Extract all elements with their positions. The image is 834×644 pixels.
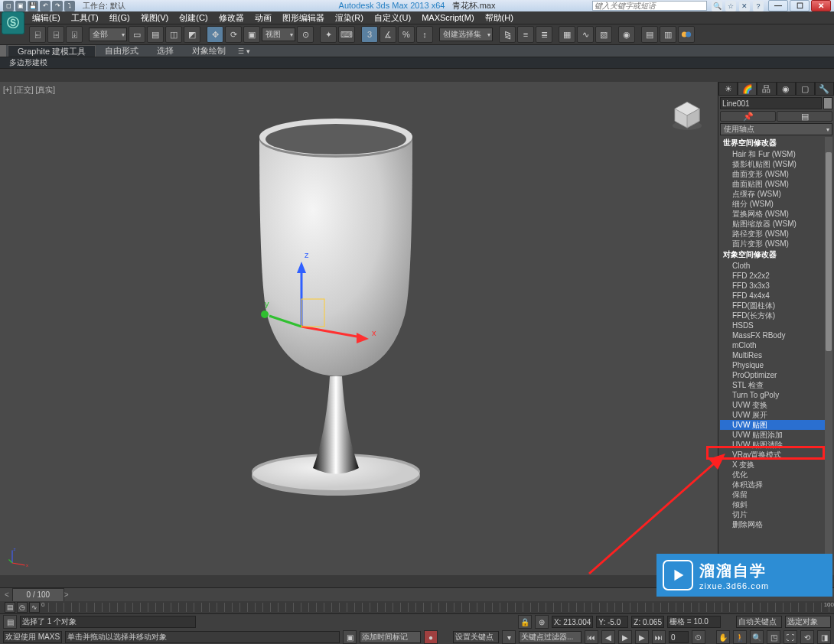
ribbon-collapse-icon[interactable]: ☰ ▾ (238, 47, 250, 55)
open-icon[interactable]: ▣ (15, 1, 26, 11)
list-item[interactable]: 细分 (WSM) (720, 199, 832, 209)
list-item[interactable]: Turn To gPoly (720, 390, 832, 400)
mirror-icon[interactable]: ⧎ (499, 26, 516, 43)
link-icon[interactable]: ⤵ (64, 1, 75, 11)
modifier-list-dropdown[interactable]: 使用轴点 (720, 123, 832, 135)
select-icon[interactable]: ▭ (129, 26, 145, 43)
isolate-icon[interactable]: ▣ (343, 630, 357, 644)
list-item[interactable]: Cloth (720, 261, 832, 271)
goto-start-icon[interactable]: ⏮ (585, 630, 598, 644)
list-item[interactable]: 贴图缩放器 (WSM) (720, 219, 832, 229)
keymode-icon[interactable]: ⌨ (338, 26, 355, 43)
object-color-swatch[interactable] (823, 97, 832, 109)
list-item[interactable]: MultiRes (720, 350, 832, 360)
help-search[interactable] (592, 1, 707, 11)
list-item[interactable]: VRay置换模式 (720, 450, 832, 460)
maxview-icon[interactable]: ◨ (817, 630, 831, 644)
tab-motion[interactable]: ◉ (777, 82, 796, 96)
list-item[interactable]: 曲面变形 (WSM) (720, 169, 832, 179)
undo-icon[interactable]: ↶ (40, 1, 50, 11)
tab-display[interactable]: ▢ (796, 82, 815, 96)
ribbon-tab-selection[interactable]: 选择 (148, 45, 183, 57)
menu-group[interactable]: 组(G) (105, 12, 135, 24)
list-item[interactable]: UVW 变换 (720, 400, 832, 410)
walk-icon[interactable]: 🚶 (733, 630, 747, 644)
ribbon-tab-graphite[interactable]: Graphite 建模工具 (8, 45, 96, 57)
list-item[interactable]: FFD 2x2x2 (720, 271, 832, 281)
menu-render[interactable]: 渲染(R) (331, 12, 368, 24)
timetag-button[interactable]: 添加时间标记 (360, 631, 421, 643)
list-item[interactable]: FFD 4x4x4 (720, 291, 832, 301)
absrel-icon[interactable]: ⊕ (535, 615, 549, 629)
track-bar[interactable]: ▤ ◷ ∿ 0 100 (0, 601, 834, 613)
pctsnap-icon[interactable]: % (398, 26, 415, 43)
snap3d-icon[interactable]: 3 (361, 26, 378, 43)
ribbon-panel-polymodel[interactable]: 多边形建模 (5, 57, 52, 68)
orbit-icon[interactable]: ⟲ (800, 630, 814, 644)
spinnersnap-icon[interactable]: ↕ (416, 26, 433, 43)
link-icon[interactable]: ⍇ (29, 26, 46, 43)
config-icon[interactable]: ▤ (777, 111, 832, 122)
trackbar-keys-icon[interactable]: ◷ (17, 602, 28, 613)
list-item[interactable]: 面片变形 (WSM) (720, 239, 832, 249)
tab-modify[interactable]: 🌈 (738, 82, 757, 96)
pivot-icon[interactable]: ⊙ (297, 26, 314, 43)
viewport[interactable]: [+] [正交] [真实] z (0, 82, 718, 575)
zoom-icon[interactable]: 🔍 (750, 630, 764, 644)
list-item[interactable]: 路径变形 (WSM) (720, 229, 832, 239)
list-item[interactable]: 体积选择 (720, 480, 832, 490)
material-icon[interactable]: ◉ (618, 26, 635, 43)
y-coord[interactable]: Y: -5.0 (596, 616, 628, 628)
ribbon-tab-freeform[interactable]: 自由形式 (96, 45, 148, 57)
infocenter-icon[interactable]: 🔍 (712, 1, 722, 11)
windowcross-icon[interactable]: ◩ (184, 26, 200, 43)
object-name-input[interactable] (720, 97, 822, 109)
workspace-label[interactable]: 工作台: 默认 (83, 1, 125, 11)
tab-utilities[interactable]: 🔧 (815, 82, 834, 96)
timeconfig-icon[interactable]: ⏲ (692, 630, 705, 644)
next-frame-icon[interactable]: ▶ (635, 630, 649, 644)
list-item[interactable]: FFD(长方体) (720, 311, 832, 320)
align-icon[interactable]: ≡ (517, 26, 534, 43)
new-icon[interactable]: ◻ (3, 1, 14, 11)
time-slider-thumb[interactable]: 0 / 100 (12, 588, 64, 602)
menu-maxscript[interactable]: MAXScript(M) (417, 13, 478, 22)
scale-icon[interactable]: ▣ (243, 26, 260, 43)
list-item[interactable]: ProOptimizer (720, 370, 832, 380)
list-item[interactable]: Physique (720, 360, 832, 370)
signin-icon[interactable]: ☆ (725, 1, 736, 11)
move-icon[interactable]: ✥ (207, 26, 223, 43)
keyfilter-button[interactable]: 关键点过滤器... (519, 631, 582, 643)
close-button[interactable]: ✕ (811, 0, 831, 11)
list-item-selected[interactable]: UVW 贴图 (720, 420, 832, 430)
layers-icon[interactable]: ≣ (536, 26, 552, 43)
trackbar-curve-icon[interactable]: ∿ (29, 602, 40, 613)
menu-edit[interactable]: 编辑(E) (28, 12, 65, 24)
x-coord[interactable]: X: 213.004 (552, 616, 593, 628)
prev-frame-icon[interactable]: ◀ (601, 630, 615, 644)
list-item[interactable]: 优化 (720, 470, 832, 480)
maximize-button[interactable]: ☐ (790, 0, 810, 11)
list-item[interactable]: 点缓存 (WSM) (720, 189, 832, 199)
refcoord-dropdown[interactable]: 视图 (262, 28, 295, 41)
list-item[interactable]: STL 检查 (720, 380, 832, 390)
menu-help[interactable]: 帮助(H) (481, 12, 518, 24)
list-item[interactable]: FFD 3x3x3 (720, 281, 832, 291)
ribbon-tab-objpaint[interactable]: 对象绘制 (183, 45, 235, 57)
schematic-icon[interactable]: ▧ (595, 26, 612, 43)
goto-end-icon[interactable]: ⏭ (652, 630, 666, 644)
list-item[interactable]: 删除网格 (720, 519, 832, 529)
viewport-label[interactable]: [+] [正交] [真实] (3, 85, 55, 96)
list-item[interactable]: FFD(圆柱体) (720, 301, 832, 311)
menu-customize[interactable]: 自定义(U) (370, 12, 415, 24)
unlink-icon[interactable]: ⍈ (47, 26, 64, 43)
modifier-list[interactable]: 世界空间修改器 Hair 和 Fur (WSM) 摄影机贴图 (WSM) 曲面变… (720, 137, 832, 575)
fov-icon[interactable]: ◳ (767, 630, 780, 644)
help-icon[interactable]: ? (753, 1, 764, 11)
app-logo[interactable]: Ⓢ (2, 11, 24, 34)
tab-hierarchy[interactable]: 品 (757, 82, 776, 96)
list-item[interactable]: UVW 贴图添加 (720, 430, 832, 440)
pan-icon[interactable]: ✋ (716, 630, 730, 644)
list-item[interactable]: MassFX RBody (720, 330, 832, 340)
list-item[interactable]: mCloth (720, 340, 832, 350)
